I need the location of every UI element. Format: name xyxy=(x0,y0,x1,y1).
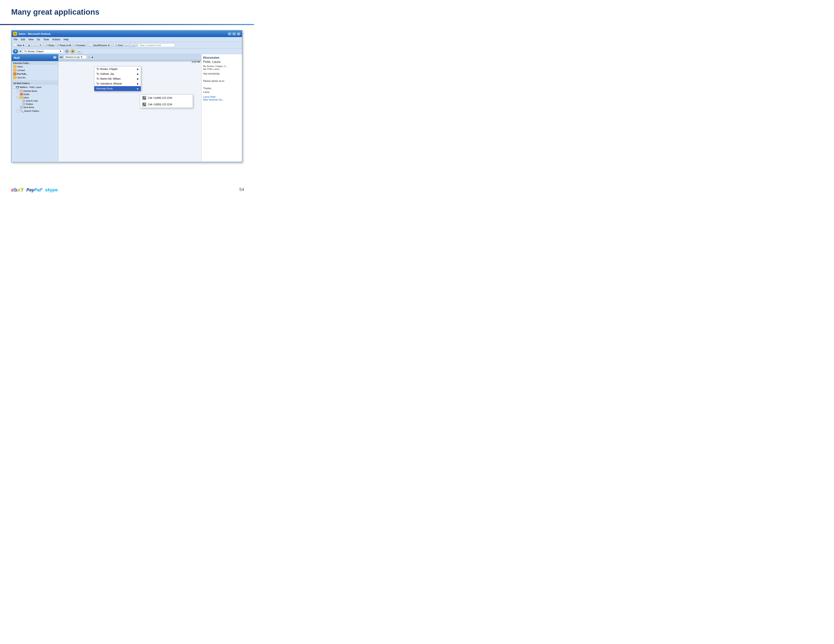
discussion-header: Discussion xyxy=(203,56,240,59)
menu-actions[interactable]: Actions xyxy=(51,38,61,41)
minimize-skype-button[interactable]: – xyxy=(77,49,82,54)
mailbox-icon: 🗃 xyxy=(16,85,19,89)
outlook-window: O Inbox - Microsoft Outlook ─ □ ✕ File E… xyxy=(11,30,242,163)
print-button[interactable]: 🖨 xyxy=(26,44,32,47)
menu-go[interactable]: Go xyxy=(36,38,41,41)
mail-icon: ✉ xyxy=(53,55,56,60)
skype-dropdown-arrow[interactable]: ▼ xyxy=(19,50,22,53)
email-list-area: ate Newest on top ▼ ↕ ▲ 2:02 PM To: Boul… xyxy=(58,54,201,161)
reply-icon: ↩ xyxy=(46,44,48,47)
new-icon: 📄 xyxy=(14,44,17,47)
address-book-button[interactable]: 📖 xyxy=(124,43,130,47)
message-time: 2:02 PM xyxy=(192,61,200,63)
deleted-expand[interactable]: + xyxy=(17,90,19,92)
ctx-item-martin[interactable]: To: Martin-Gill, William ▶ xyxy=(94,76,141,81)
answer-button[interactable]: A xyxy=(71,49,75,53)
menu-bar: File Edit View Go Tools Actions Help xyxy=(11,37,242,42)
send-receive-button[interactable]: 📨 Send/Receive ▼ xyxy=(88,43,111,47)
folder-sent-items[interactable]: Sent Ite... xyxy=(11,76,58,79)
send-receive-icon: 📨 xyxy=(90,44,92,47)
copy-button[interactable]: 📋 xyxy=(32,43,38,47)
reply-all-button[interactable]: ↩ Reply to All xyxy=(56,43,73,47)
phone-icon-650: 📞 xyxy=(142,102,146,107)
main-content: Mail ✉ Favorite Folde... Inbox Unread Fo… xyxy=(11,54,242,161)
title-bar-text: Inbox - Microsoft Outlook xyxy=(19,32,50,36)
ctx-item-message-body[interactable]: Message Body: ▶ xyxy=(94,86,141,91)
sub-item-call-408[interactable]: 📞 Call +1(408) 123 1234 xyxy=(140,95,193,101)
sort-dropdown[interactable]: Newest on top ▼ xyxy=(64,55,86,59)
close-button[interactable]: ✕ xyxy=(237,32,240,36)
new-button[interactable]: 📄 New ▼ xyxy=(13,43,26,47)
sort-date-label: ate xyxy=(60,56,63,58)
paypal-logo: PayPal® xyxy=(26,187,42,193)
table-button[interactable]: 📊 xyxy=(130,43,136,47)
tree-junk[interactable]: Junk E-mail xyxy=(11,99,58,102)
maximize-button[interactable]: □ xyxy=(232,32,236,36)
skype-bar: S ▼ To: Boulas, Chipper ▼ C A – xyxy=(11,48,242,54)
arrow-icon-4: ▶ xyxy=(137,87,139,90)
logos: ebaY PayPal® skype xyxy=(11,187,58,193)
arrow-icon-0: ▶ xyxy=(137,68,139,70)
email-message-row[interactable]: 2:02 PM xyxy=(58,60,201,62)
skype-logo: skype xyxy=(45,187,58,193)
find-button[interactable]: 🔍 Find xyxy=(113,43,124,47)
menu-edit[interactable]: Edit xyxy=(19,38,26,41)
email-body: Hey everybody, Please advise as to Thank… xyxy=(203,72,240,94)
email-from: Peile, Laura xyxy=(203,60,240,64)
reply-all-icon: ↩ xyxy=(57,44,59,47)
sort-icon: ↕ xyxy=(89,56,90,58)
mailbox-expand[interactable]: - xyxy=(13,86,15,88)
tree-drafts[interactable]: Drafts xyxy=(11,93,58,96)
phone-icon-408: 📞 xyxy=(142,96,146,100)
tree-sent[interactable]: Sent Items xyxy=(11,106,58,109)
ctx-item-boulas[interactable]: To: Boulas, Chipper ▶ xyxy=(94,66,141,71)
folder-icon-deleted xyxy=(20,90,23,92)
email-to: To: Boulas, Chipper; S... xyxy=(203,65,240,68)
send-receive-dropdown-icon[interactable]: ▼ xyxy=(108,44,110,47)
separator-2 xyxy=(87,43,87,47)
folder-icon-outbox xyxy=(23,103,25,105)
mail-label: Mail xyxy=(14,56,19,60)
reply-button[interactable]: ↩ Reply xyxy=(45,43,56,47)
reading-pane: Discussion Peile, Laura To: Boulas, Chip… xyxy=(201,54,242,161)
sub-item-call-650[interactable]: 📞 Call +1(650) 123 1234 xyxy=(140,101,193,108)
skype-dropdown[interactable]: To: Boulas, Chipper ▼ xyxy=(23,50,63,53)
search-expand[interactable]: + xyxy=(17,110,19,112)
inbox-expand[interactable]: + xyxy=(17,96,19,99)
ctx-item-salvatierra[interactable]: To: Salvatierra, Melanie ▶ xyxy=(94,81,141,86)
toolbar: 📄 New ▼ 🖨 📋 ✕ ↩ Reply ↩ Reply to All ↪ F… xyxy=(11,42,242,48)
folder-inbox[interactable]: Inbox xyxy=(11,65,58,68)
minimize-button[interactable]: ─ xyxy=(228,32,231,36)
all-folders-label: All Mail Folders xyxy=(11,81,58,85)
menu-file[interactable]: File xyxy=(13,38,19,41)
forward-button[interactable]: ↪ Forward xyxy=(73,43,86,47)
folder-icon-junk xyxy=(23,100,25,102)
context-menu: To: Boulas, Chipper ▶ To: Sullivan, Jay … xyxy=(94,66,141,91)
new-dropdown-icon[interactable]: ▼ xyxy=(23,44,25,47)
menu-view[interactable]: View xyxy=(27,38,35,41)
folder-icon-unread xyxy=(13,69,16,72)
folder-for-follow[interactable]: For Foll... xyxy=(11,72,58,76)
menu-tools[interactable]: Tools xyxy=(42,38,50,41)
menu-help[interactable]: Help xyxy=(62,38,70,41)
ctx-item-sullivan[interactable]: To: Sullivan, Jay ▶ xyxy=(94,71,141,76)
separator-1 xyxy=(44,43,44,47)
skype-icon-button[interactable]: S xyxy=(13,49,18,53)
delete-button[interactable]: ✕ xyxy=(38,43,43,47)
tree-mailbox[interactable]: - 🗃 Mailbox - Peile, Laura xyxy=(11,85,58,89)
title-bar-controls: ─ □ ✕ xyxy=(228,32,240,36)
call-button[interactable]: C xyxy=(65,49,69,53)
tree-deleted[interactable]: + Deleted Items xyxy=(11,89,58,93)
forward-icon: ↪ xyxy=(74,44,76,47)
tree-inbox[interactable]: + Inbox xyxy=(11,96,58,99)
tree-outbox[interactable]: Outbox xyxy=(11,102,58,106)
sidebar-separator xyxy=(11,80,58,81)
contact-search-input[interactable] xyxy=(138,44,175,47)
folder-icon-inbox2 xyxy=(20,96,23,99)
tree-search[interactable]: + 🔍 Search Folders xyxy=(11,109,58,113)
folder-unread[interactable]: Unread xyxy=(11,68,58,72)
chevron-down-icon: ▼ xyxy=(60,50,62,53)
sort-arrow: ▼ xyxy=(81,56,83,58)
title-bar: O Inbox - Microsoft Outlook ─ □ ✕ xyxy=(11,31,242,37)
folder-icon-sent xyxy=(13,76,16,79)
